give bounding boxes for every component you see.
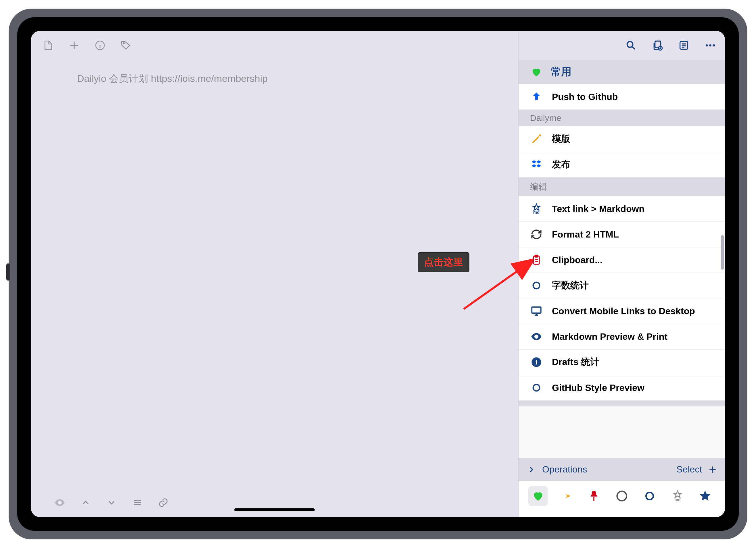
scrollbar-thumb[interactable]	[721, 235, 724, 270]
eye-icon[interactable]	[54, 497, 66, 508]
bottom-tab-bar: md	[519, 480, 725, 517]
svg-point-9	[713, 44, 715, 47]
svg-text:i: i	[536, 358, 538, 366]
svg-point-15	[536, 336, 538, 338]
action-label: Text link > Markdown	[552, 204, 644, 214]
sidebar-toolbar	[519, 31, 725, 60]
action-label: Markdown Preview & Print	[552, 331, 667, 342]
circle-outline-icon	[530, 381, 543, 394]
action-label: Convert Mobile Links to Desktop	[552, 306, 695, 316]
actions-list[interactable]: 常用 Push to Github Dailyme	[519, 60, 725, 458]
action-template[interactable]: 模版	[519, 126, 725, 152]
svg-point-20	[646, 492, 653, 499]
svg-point-19	[617, 491, 626, 501]
link-icon[interactable]	[158, 497, 169, 508]
tab-moon[interactable]	[612, 486, 632, 506]
tab-arrow-right[interactable]	[556, 486, 576, 506]
group-header-favorites: 常用	[519, 60, 725, 84]
svg-point-1	[123, 43, 124, 44]
action-push-to-github[interactable]: Push to Github	[519, 84, 725, 110]
search-icon[interactable]	[625, 39, 637, 51]
clipboard-icon	[530, 254, 543, 266]
list-panel-icon[interactable]	[678, 39, 690, 51]
action-label: Format 2 HTML	[552, 229, 619, 240]
group-subheader-edit: 编辑	[519, 178, 725, 196]
heart-icon	[530, 66, 543, 78]
group-subheader-dailyme: Dailyme	[519, 110, 725, 126]
tab-pushpin[interactable]	[584, 486, 604, 506]
editor-text: Dailyio 会员计划 https://iois.me/membership	[77, 73, 268, 84]
tab-star-solid[interactable]	[695, 486, 715, 506]
action-label: 发布	[552, 158, 570, 171]
screen: Dailyio 会员计划 https://iois.me/membership	[31, 31, 725, 517]
action-label: 字数统计	[552, 279, 589, 292]
group-label: 常用	[551, 65, 571, 79]
svg-text:md: md	[533, 210, 540, 215]
menu-icon[interactable]	[132, 497, 143, 508]
action-publish[interactable]: 发布	[519, 152, 725, 178]
svg-point-7	[706, 44, 708, 47]
subheader-label: 编辑	[530, 181, 547, 193]
tab-favorites[interactable]	[528, 486, 548, 506]
editor-bottom-toolbar	[31, 488, 518, 517]
eye-solid-icon	[530, 330, 543, 343]
svg-point-8	[709, 44, 711, 47]
tag-icon[interactable]	[120, 40, 132, 51]
circle-outline-icon	[530, 279, 543, 292]
operations-label[interactable]: Operations	[542, 464, 587, 475]
action-textlink-markdown[interactable]: md Text link > Markdown	[519, 196, 725, 222]
copy-plus-icon[interactable]	[651, 39, 663, 51]
action-label: Push to Github	[552, 92, 618, 102]
chevron-down-icon[interactable]	[106, 497, 117, 508]
action-clipboard[interactable]: Clipboard...	[519, 247, 725, 273]
dropbox-icon	[530, 158, 543, 171]
add-button[interactable]: +	[709, 464, 716, 474]
action-markdown-preview[interactable]: Markdown Preview & Print	[519, 324, 725, 349]
editor-content[interactable]: Dailyio 会员计划 https://iois.me/membership	[31, 60, 518, 488]
pencil-icon	[530, 133, 543, 145]
plus-icon[interactable]	[68, 40, 80, 51]
chevron-up-icon[interactable]	[80, 497, 91, 508]
star-md-icon: md	[530, 203, 543, 215]
ipad-frame: Dailyio 会员计划 https://iois.me/membership	[9, 9, 747, 539]
arrow-up-icon	[530, 91, 543, 103]
sync-icon	[530, 228, 543, 241]
actions-sidebar: 常用 Push to Github Dailyme	[518, 31, 725, 517]
new-doc-icon[interactable]	[43, 40, 54, 51]
editor-pane: Dailyio 会员计划 https://iois.me/membership	[31, 31, 518, 517]
info-icon[interactable]	[94, 40, 106, 51]
svg-rect-12	[535, 255, 538, 257]
tab-star-md[interactable]: md	[667, 486, 688, 506]
svg-point-18	[533, 384, 540, 391]
action-label: 模版	[552, 133, 570, 145]
action-wordcount[interactable]: 字数统计	[519, 273, 725, 298]
action-github-preview[interactable]: GitHub Style Preview	[519, 375, 725, 401]
info-circle-icon: i	[530, 356, 543, 368]
svg-point-2	[59, 502, 61, 504]
select-button[interactable]: Select	[676, 464, 702, 475]
operations-bar: Operations Select +	[519, 458, 725, 480]
chevron-right-icon[interactable]	[527, 466, 535, 474]
action-convert-mobile-links[interactable]: Convert Mobile Links to Desktop	[519, 298, 725, 324]
subheader-label: Dailyme	[530, 113, 561, 123]
camera-dots	[6, 264, 10, 280]
action-label: Clipboard...	[552, 255, 603, 266]
home-indicator	[234, 508, 315, 511]
action-label: GitHub Style Preview	[552, 382, 644, 393]
tab-circle[interactable]	[640, 486, 660, 506]
svg-point-3	[627, 42, 633, 47]
svg-text:md: md	[674, 497, 680, 502]
action-format2html[interactable]: Format 2 HTML	[519, 222, 725, 247]
action-drafts-stats[interactable]: i Drafts 统计	[519, 349, 725, 375]
svg-rect-14	[532, 307, 541, 313]
svg-point-13	[533, 282, 540, 289]
action-label: Drafts 统计	[552, 356, 599, 368]
more-icon[interactable]	[704, 39, 716, 51]
editor-toolbar	[31, 31, 518, 60]
desktop-icon	[530, 305, 543, 317]
